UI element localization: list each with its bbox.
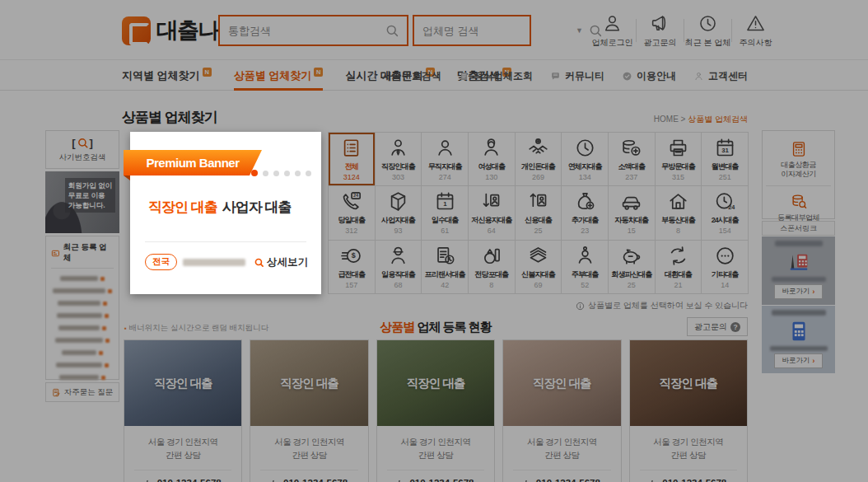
detail-view-button[interactable]: 상세보기 (254, 255, 308, 269)
region-badge: 전국 (145, 254, 177, 270)
premium-banner-card[interactable]: Premium Banner 직장인 대출사업자 대출 전국 상세보기 (130, 132, 321, 294)
search-icon (254, 257, 264, 268)
carousel-dot-5[interactable] (306, 171, 311, 176)
premium-title: 직장인 대출사업자 대출 (148, 198, 291, 217)
carousel-dot-1[interactable] (263, 171, 268, 176)
premium-footer: 전국 상세보기 (145, 254, 308, 270)
carousel-dot-2[interactable] (273, 171, 279, 176)
page: 대출나라 ▼ 업체로그인 광고문의 최근 본 업체 주의사항 지역별 업체찾기 (0, 0, 868, 482)
company-name-blurred (183, 259, 245, 266)
carousel-dot-4[interactable] (295, 171, 301, 176)
divider (145, 241, 306, 242)
carousel-dot-3[interactable] (284, 171, 290, 176)
premium-ribbon: Premium Banner (124, 150, 262, 175)
carousel-dot-0[interactable] (251, 170, 258, 176)
ribbon-fold (124, 175, 130, 180)
carousel-dots (251, 170, 311, 176)
